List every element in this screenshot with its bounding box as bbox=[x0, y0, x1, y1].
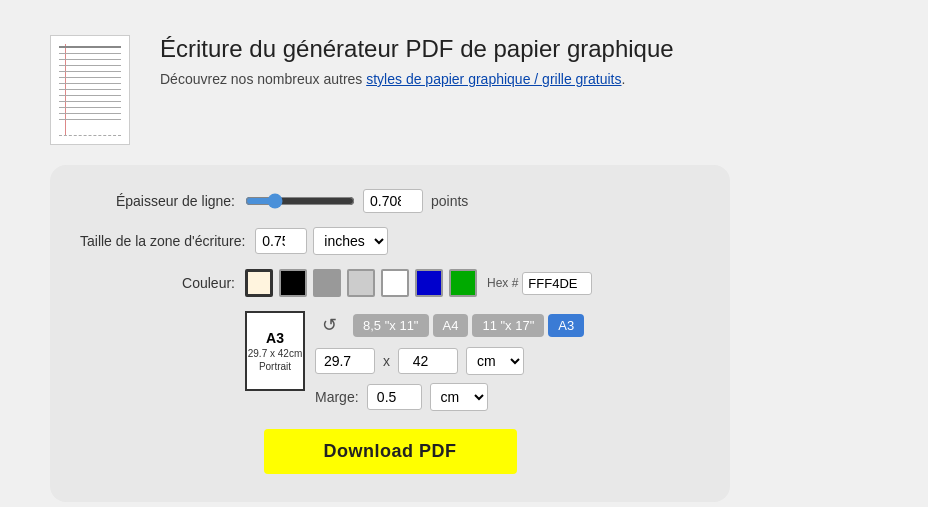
color-swatches-container: Hex # FFF4DE bbox=[245, 269, 592, 297]
paper-size-controls: ↺ 8,5 "x 11" A4 11 "x 17" A3 29.7 x 42 bbox=[315, 311, 584, 411]
margin-label: Marge: bbox=[315, 389, 359, 405]
paper-size-left: A3 29.7 x 42cm Portrait ↺ 8,5 "x 11" A4 … bbox=[245, 311, 584, 411]
dim-height-input[interactable]: 42 bbox=[398, 348, 458, 374]
size-btn-a4[interactable]: A4 bbox=[433, 314, 469, 337]
hex-input[interactable]: FFF4DE bbox=[522, 272, 592, 295]
subtitle-end: . bbox=[621, 71, 625, 87]
hex-label: Hex # bbox=[487, 276, 518, 290]
color-row: Couleur: Hex # FFF4DE bbox=[80, 269, 700, 297]
slider-container: 0.708 points bbox=[245, 189, 468, 213]
paper-label-orient: Portrait bbox=[259, 360, 291, 373]
size-btn-a3[interactable]: A3 bbox=[548, 314, 584, 337]
paper-thumbnail bbox=[50, 35, 130, 145]
header-section: Écriture du générateur PDF de papier gra… bbox=[50, 30, 878, 145]
color-swatch-lgray[interactable] bbox=[313, 269, 341, 297]
paper-size-label bbox=[80, 311, 235, 317]
line-thickness-row: Épaisseur de ligne: 0.708 points bbox=[80, 189, 700, 213]
line-thickness-slider[interactable] bbox=[245, 193, 355, 209]
color-swatch-blue[interactable] bbox=[415, 269, 443, 297]
subtitle-link[interactable]: styles de papier graphique / grille grat… bbox=[366, 71, 621, 87]
line-thickness-label: Épaisseur de ligne: bbox=[80, 193, 235, 209]
size-btn-1117[interactable]: 11 "x 17" bbox=[472, 314, 544, 337]
margin-row: Marge: 0.5 cm in mm bbox=[315, 383, 584, 411]
color-swatch-white[interactable] bbox=[381, 269, 409, 297]
line-thickness-input[interactable]: 0.708 bbox=[363, 189, 423, 213]
color-swatch-black[interactable] bbox=[279, 269, 307, 297]
paper-size-top: ↺ 8,5 "x 11" A4 11 "x 17" A3 bbox=[315, 311, 584, 339]
dim-unit-select[interactable]: cm in mm bbox=[466, 347, 524, 375]
dimensions-row: 29.7 x 42 cm in mm bbox=[315, 347, 584, 375]
dim-width-input[interactable]: 29.7 bbox=[315, 348, 375, 374]
dim-x-separator: x bbox=[383, 353, 390, 369]
subtitle: Découvrez nos nombreux autres styles de … bbox=[160, 71, 878, 87]
color-swatch-gray[interactable] bbox=[347, 269, 375, 297]
color-label: Couleur: bbox=[80, 275, 235, 291]
margin-input[interactable]: 0.5 bbox=[367, 384, 422, 410]
title-section: Écriture du générateur PDF de papier gra… bbox=[160, 30, 878, 87]
writing-size-label: Taille de la zone d'écriture: bbox=[80, 232, 245, 250]
subtitle-text: Découvrez nos nombreux autres bbox=[160, 71, 366, 87]
writing-size-row: Taille de la zone d'écriture: 0.75 inche… bbox=[80, 227, 700, 255]
line-thickness-unit: points bbox=[431, 193, 468, 209]
paper-size-row: A3 29.7 x 42cm Portrait ↺ 8,5 "x 11" A4 … bbox=[80, 311, 700, 411]
color-swatch-yellow[interactable] bbox=[245, 269, 273, 297]
writing-size-container: 0.75 inches cm mm bbox=[255, 227, 388, 255]
paper-label-main: A3 bbox=[266, 329, 284, 347]
size-btn-8511[interactable]: 8,5 "x 11" bbox=[353, 314, 429, 337]
color-swatch-green[interactable] bbox=[449, 269, 477, 297]
margin-unit-select[interactable]: cm in mm bbox=[430, 383, 488, 411]
controls-card: Épaisseur de ligne: 0.708 points Taille … bbox=[50, 165, 730, 502]
download-pdf-button[interactable]: Download PDF bbox=[264, 429, 517, 474]
rotate-button[interactable]: ↺ bbox=[315, 311, 343, 339]
size-buttons: 8,5 "x 11" A4 11 "x 17" A3 bbox=[353, 314, 584, 337]
paper-preview-box: A3 29.7 x 42cm Portrait bbox=[245, 311, 305, 391]
page-title: Écriture du générateur PDF de papier gra… bbox=[160, 35, 878, 63]
page-wrapper: Écriture du générateur PDF de papier gra… bbox=[20, 20, 908, 507]
writing-size-input[interactable]: 0.75 bbox=[255, 228, 307, 254]
color-hex-section: Hex # FFF4DE bbox=[487, 272, 592, 295]
writing-size-unit-select[interactable]: inches cm mm bbox=[313, 227, 388, 255]
paper-label-sub: 29.7 x 42cm bbox=[248, 347, 302, 360]
